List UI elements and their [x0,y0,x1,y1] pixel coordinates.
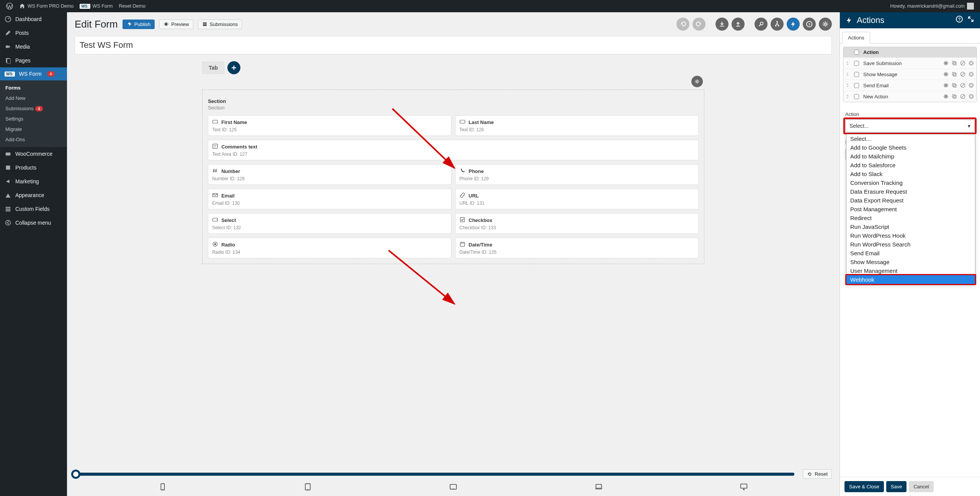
sidebar-item-posts[interactable]: Posts [0,26,67,40]
sidebar-item-media[interactable]: Media [0,40,67,54]
preview-button[interactable]: Preview [159,20,193,29]
howdy-user[interactable]: Howdy, maverickandrii@gmail.com [887,0,977,12]
field-card[interactable]: NumberNumber ID: 128 [208,164,451,185]
panel-help-icon[interactable]: ? [956,15,963,25]
submenu-submissions[interactable]: Submissions4 [0,103,67,114]
tab-item[interactable]: Tab [202,62,224,74]
delete-action-icon[interactable] [968,93,974,100]
field-card[interactable]: Comments textText Area ID: 127 [208,140,699,160]
action-option[interactable]: Add to Salesforce [846,161,975,170]
action-option[interactable]: Add to Google Sheets [846,143,975,152]
action-row[interactable]: Save Submission [843,57,977,69]
submenu-addons[interactable]: Add-Ons [0,134,67,145]
action-option[interactable]: Run WordPress Search [846,240,975,249]
preview-width-slider[interactable] [75,473,794,476]
action-option[interactable]: Post Management [846,205,975,214]
action-option[interactable]: Add to Slack [846,170,975,178]
edit-action-icon[interactable] [943,93,949,100]
field-card[interactable]: SelectSelect ID: 132 [208,213,451,234]
delete-action-icon[interactable] [968,71,974,77]
field-card[interactable]: Date/TimeDate/Time ID: 135 [455,238,699,258]
delete-action-icon[interactable] [968,60,974,66]
sidebar-item-dashboard[interactable]: Dashboard [0,12,67,26]
edit-action-icon[interactable] [943,71,949,77]
submenu-migrate[interactable]: Migrate [0,124,67,134]
submenu-add-new[interactable]: Add New [0,93,67,103]
import-button[interactable] [715,18,728,31]
wp-logo[interactable] [3,0,16,12]
reset-demo[interactable]: Reset Demo [116,0,148,12]
actions-button[interactable] [787,18,800,31]
edit-action-icon[interactable] [943,60,949,66]
field-card[interactable]: PhonePhone ID: 129 [455,164,699,185]
action-row[interactable]: New Action [843,91,977,102]
edit-action-icon[interactable] [943,82,949,88]
drag-handle-icon[interactable] [843,92,852,101]
form-name-input[interactable] [75,36,832,54]
tools-button[interactable] [755,18,768,31]
action-select-dropdown[interactable]: Select...Add to Google SheetsAdd to Mail… [846,134,975,284]
disable-action-icon[interactable] [960,82,966,88]
select-all-checkbox[interactable] [854,50,859,55]
help-button[interactable]: ? [803,18,816,31]
tab-settings-button[interactable] [691,76,703,87]
device-phone-icon[interactable] [158,483,167,492]
action-row[interactable]: Show Message [843,69,977,80]
redo-button[interactable] [693,18,706,31]
publish-button[interactable]: Publish [122,20,155,29]
wsform-toolbar[interactable]: WS: WS Form [77,0,116,12]
device-tablet-portrait-icon[interactable] [304,483,312,492]
settings-button[interactable] [819,18,832,31]
action-option[interactable]: Conversion Tracking [846,178,975,187]
action-option[interactable]: Data Erasure Request [846,187,975,196]
field-card[interactable]: Last NameText ID: 126 [455,115,699,136]
save-close-button[interactable]: Save & Close [844,481,884,492]
device-desktop-icon[interactable] [740,483,748,492]
clone-action-icon[interactable] [951,60,957,66]
device-tablet-landscape-icon[interactable] [449,483,457,492]
action-row-checkbox[interactable] [854,61,859,66]
disable-action-icon[interactable] [960,93,966,100]
clone-action-icon[interactable] [951,93,957,100]
action-option[interactable]: Run JavaScript [846,222,975,231]
field-card[interactable]: URLURL ID: 131 [455,189,699,209]
field-card[interactable]: CheckboxCheckbox ID: 133 [455,213,699,234]
disable-action-icon[interactable] [960,60,966,66]
action-select[interactable]: Select... ▾ [845,119,975,132]
action-option[interactable]: User Management [846,266,975,275]
sidebar-collapse-menu[interactable]: Collapse menu [0,216,67,230]
disable-action-icon[interactable] [960,71,966,77]
field-card[interactable]: EmailEmail ID: 130 [208,189,451,209]
drag-handle-icon[interactable] [843,59,852,68]
save-button[interactable]: Save [886,481,907,492]
sidebar-item-woocommerce[interactable]: WooCommerce [0,147,67,161]
clone-action-icon[interactable] [951,71,957,77]
undo-button[interactable] [676,18,689,31]
submenu-settings[interactable]: Settings [0,114,67,124]
action-row-checkbox[interactable] [854,94,859,99]
action-row[interactable]: Send Email [843,80,977,91]
sidebar-item-custom-fields[interactable]: Custom Fields [0,202,67,216]
action-option[interactable]: Redirect [846,214,975,222]
action-row-checkbox[interactable] [854,72,859,77]
sidebar-item-marketing[interactable]: Marketing [0,175,67,188]
panel-expand-icon[interactable] [967,15,975,25]
slider-handle[interactable] [71,470,80,479]
field-card[interactable]: First NameText ID: 125 [208,115,451,136]
action-option[interactable]: Show Message [846,258,975,266]
action-option[interactable]: Select... [846,134,975,143]
submissions-button[interactable]: Submissions [198,20,242,29]
delete-action-icon[interactable] [968,82,974,88]
action-option[interactable]: Add to Mailchimp [846,152,975,161]
preview-reset-button[interactable]: Reset [803,469,832,479]
conditional-logic-button[interactable] [771,18,784,31]
action-option[interactable]: Send Email [846,249,975,258]
action-option[interactable]: Data Export Request [846,196,975,205]
site-home[interactable]: WS Form PRO Demo [16,0,77,12]
export-button[interactable] [732,18,745,31]
field-card[interactable]: RadioRadio ID: 134 [208,238,451,258]
drag-handle-icon[interactable] [843,70,852,79]
sidebar-item-wsform[interactable]: WS: WS Form 4 [0,67,67,80]
panel-tab-actions[interactable]: Actions [842,32,870,44]
action-row-checkbox[interactable] [854,83,859,88]
